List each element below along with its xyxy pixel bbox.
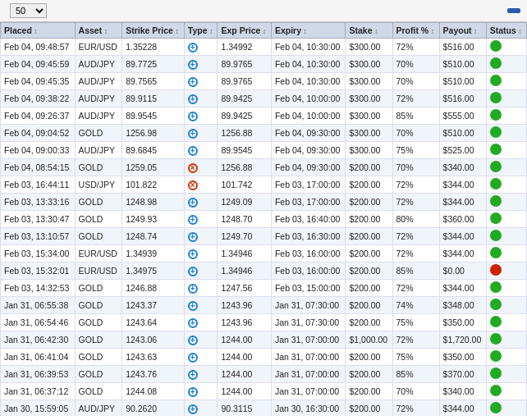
cell-8: $344.00: [439, 228, 486, 245]
table-row: Jan 31, 06:41:04GOLD1243.63+1244.00Jan 3…: [1, 349, 527, 366]
call-icon: +: [188, 232, 198, 242]
status-cell: [486, 90, 526, 107]
column-header-type[interactable]: Type: [184, 23, 218, 39]
table-row: Feb 04, 09:45:59AUD/JPY89.7725+89.9765Fe…: [1, 56, 527, 73]
type-cell: +: [184, 228, 218, 245]
cell-6: $200.00: [346, 280, 392, 297]
column-header-strikeprice[interactable]: Strike Price: [122, 23, 185, 39]
cell-0: Feb 03, 13:10:57: [1, 228, 76, 245]
put-icon: ×: [188, 180, 198, 190]
cell-6: $200.00: [346, 262, 392, 280]
cell-1: AUD/JPY: [75, 73, 122, 90]
cell-1: GOLD: [75, 331, 122, 349]
cell-5: Feb 03, 17:00:00: [271, 194, 346, 211]
status-badge: [490, 316, 502, 327]
type-cell: +: [184, 194, 218, 211]
status-cell: [486, 297, 526, 314]
table-row: Jan 31, 06:37:12GOLD1244.08+1244.00Jan 3…: [1, 383, 527, 400]
column-header-profit[interactable]: Profit %: [392, 23, 439, 39]
status-badge: [490, 368, 502, 379]
type-cell: +: [184, 211, 218, 228]
status-badge: [490, 350, 502, 362]
column-header-asset[interactable]: Asset: [75, 23, 122, 39]
cell-5: Feb 03, 17:00:00: [271, 176, 346, 194]
cell-2: 1246.88: [122, 280, 185, 297]
status-cell: [486, 211, 526, 228]
table-row: Jan 31, 06:54:46GOLD1243.64+1243.96Jan 3…: [1, 314, 527, 331]
cell-8: $344.00: [439, 400, 486, 417]
column-header-placed[interactable]: Placed: [1, 23, 76, 39]
status-cell: [486, 159, 526, 176]
cell-5: Feb 04, 10:30:00: [271, 39, 346, 56]
cell-2: 89.7725: [122, 56, 185, 73]
call-icon: +: [188, 336, 198, 345]
entries-control: 50 25 100: [7, 3, 50, 18]
cell-7: 72%: [392, 245, 439, 262]
cell-5: Feb 03, 16:40:00: [271, 211, 346, 228]
call-icon: +: [188, 353, 198, 363]
type-cell: ×: [184, 176, 218, 194]
cell-7: 75%: [392, 314, 439, 331]
table-container: PlacedAssetStrike PriceTypeExp PriceExpi…: [0, 22, 527, 416]
cell-2: 1.34939: [122, 245, 185, 262]
cell-6: $1,000.00: [346, 331, 392, 349]
table-row: Feb 03, 13:33:16GOLD1248.98+1249.09Feb 0…: [1, 194, 527, 211]
cell-2: 89.7565: [122, 73, 185, 90]
status-cell: [486, 125, 526, 142]
status-badge: [490, 161, 502, 172]
table-row: Feb 04, 09:38:22AUD/JPY89.9115+89.9425Fe…: [1, 90, 527, 107]
status-badge: [490, 230, 502, 241]
cell-5: Jan 31, 07:00:00: [271, 349, 346, 366]
call-icon: +: [188, 370, 198, 380]
cell-2: 89.9115: [122, 90, 185, 107]
cell-2: 1.34975: [122, 262, 185, 280]
cell-8: $510.00: [439, 125, 486, 142]
cell-7: 85%: [392, 262, 439, 280]
cell-7: 80%: [392, 211, 439, 228]
cell-0: Jan 31, 06:39:53: [1, 366, 76, 383]
type-cell: +: [184, 56, 218, 73]
status-cell: [486, 56, 526, 73]
table-row: Feb 04, 09:26:37AUD/JPY89.9545+89.9425Fe…: [1, 107, 527, 125]
table-row: Jan 31, 06:55:38GOLD1243.37+1243.96Jan 3…: [1, 297, 527, 314]
cell-4: 1249.70: [218, 228, 271, 245]
status-cell: [486, 349, 526, 366]
cell-0: Feb 03, 13:33:16: [1, 194, 76, 211]
table-header-row: PlacedAssetStrike PriceTypeExp PriceExpi…: [1, 23, 527, 39]
trades-table: PlacedAssetStrike PriceTypeExp PriceExpi…: [0, 22, 527, 416]
status-badge: [490, 92, 502, 103]
cell-6: $300.00: [346, 90, 392, 107]
cell-6: $200.00: [346, 349, 392, 366]
column-header-payout[interactable]: Payout: [439, 23, 486, 39]
cell-1: GOLD: [75, 211, 122, 228]
cell-7: 75%: [392, 142, 439, 159]
cell-1: AUD/JPY: [75, 90, 122, 107]
column-header-expiry[interactable]: Expiry: [271, 23, 346, 39]
cell-8: $350.00: [439, 349, 486, 366]
cell-6: $200.00: [346, 400, 392, 417]
status-cell: [486, 245, 526, 262]
status-cell: [486, 400, 526, 417]
table-row: Feb 03, 15:34:00EUR/USD1.34939+1.34946Fe…: [1, 245, 527, 262]
cell-6: $200.00: [346, 176, 392, 194]
cell-7: 70%: [392, 383, 439, 400]
cell-6: $200.00: [346, 228, 392, 245]
table-row: Feb 04, 08:54:15GOLD1259.05×1256.88Feb 0…: [1, 159, 527, 176]
call-icon: +: [188, 215, 198, 225]
cell-6: $200.00: [346, 383, 392, 400]
cell-0: Feb 04, 09:48:57: [1, 39, 76, 56]
cell-4: 1.34992: [218, 39, 271, 56]
column-header-status[interactable]: Status: [486, 23, 526, 39]
type-cell: +: [184, 90, 218, 107]
entries-select[interactable]: 50 25 100: [10, 3, 47, 18]
type-cell: +: [184, 297, 218, 314]
cell-5: Feb 04, 09:30:00: [271, 142, 346, 159]
cell-2: 1249.93: [122, 211, 185, 228]
status-cell: [486, 176, 526, 194]
cell-2: 89.6845: [122, 142, 185, 159]
column-header-stake[interactable]: Stake: [346, 23, 392, 39]
status-cell: [486, 39, 526, 56]
cell-8: $525.00: [439, 142, 486, 159]
call-icon: +: [188, 267, 198, 276]
column-header-expprice[interactable]: Exp Price: [218, 23, 271, 39]
